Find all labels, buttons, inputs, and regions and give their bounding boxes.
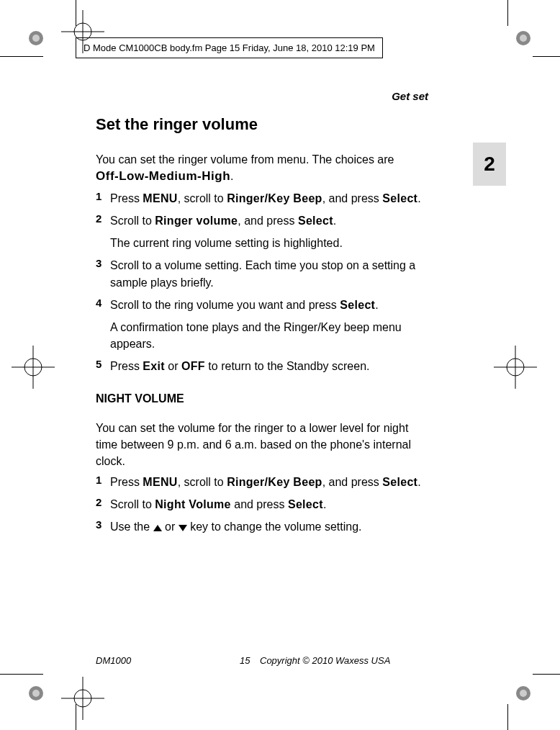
footer-model: DM1000 xyxy=(96,655,240,666)
step-number: 2 xyxy=(96,212,110,229)
step-item: 1 Press MENU, scroll to Ringer/Key Beep,… xyxy=(96,474,421,490)
step-note: A confirmation tone plays and the Ringer… xyxy=(110,319,421,352)
step-item: 3 Use the or key to change the volume se… xyxy=(96,518,421,535)
chapter-tab: 2 xyxy=(473,143,506,186)
choices-text: Off-Low-Medium-High xyxy=(96,169,230,183)
step-number: 5 xyxy=(96,358,110,374)
step-number: 2 xyxy=(96,496,110,513)
crop-mark xyxy=(507,704,508,730)
registration-mark-icon xyxy=(61,677,104,720)
page-footer: DM1000 15 Copyright © 2010 Waxess USA xyxy=(96,655,420,666)
step-item: 2 Scroll to Ringer volume, and press Sel… xyxy=(96,212,421,229)
svg-point-15 xyxy=(520,35,527,42)
step-text: Scroll to Ringer volume, and press Selec… xyxy=(110,212,421,229)
crop-mark xyxy=(0,674,43,675)
step-text: Press Exit or OFF to return to the Stand… xyxy=(110,358,421,374)
step-item: 2 Scroll to Night Volume and press Selec… xyxy=(96,496,421,513)
crop-mark xyxy=(533,56,560,57)
registration-mark-icon xyxy=(12,346,55,389)
step-number: 3 xyxy=(96,257,110,290)
step-text: Scroll to a volume setting. Each time yo… xyxy=(110,257,421,290)
page-title: Set the ringer volume xyxy=(96,115,421,134)
step-number: 1 xyxy=(96,474,110,490)
crop-mark xyxy=(507,0,508,26)
step-item: 5 Press Exit or OFF to return to the Sta… xyxy=(96,358,421,374)
arrow-down-icon xyxy=(179,525,187,531)
arrow-up-icon xyxy=(153,525,162,531)
step-text: Press MENU, scroll to Ringer/Key Beep, a… xyxy=(110,474,421,490)
footer-page-number: 15 xyxy=(240,655,260,666)
section-label: Get set xyxy=(76,90,507,102)
footer-copyright: Copyright © 2010 Waxess USA xyxy=(260,655,390,666)
svg-point-17 xyxy=(32,690,40,697)
svg-point-13 xyxy=(32,35,40,42)
step-text: Scroll to the ring volume you want and p… xyxy=(110,297,421,313)
step-text: Press MENU, scroll to Ringer/Key Beep, a… xyxy=(110,190,421,207)
intro-body: You can set the ringer volume from menu.… xyxy=(96,153,394,166)
page-header-info: D Mode CM1000CB body.fm Page 15 Friday, … xyxy=(76,37,383,58)
corner-disc-icon xyxy=(28,685,44,701)
step-number: 4 xyxy=(96,297,110,313)
corner-disc-icon xyxy=(515,30,531,46)
intro-text-b: You can set the volume for the ringer to… xyxy=(96,420,421,470)
corner-disc-icon xyxy=(28,30,44,46)
step-item: 3 Scroll to a volume setting. Each time … xyxy=(96,257,421,290)
svg-point-19 xyxy=(520,690,527,697)
step-text: Scroll to Night Volume and press Select. xyxy=(110,496,421,513)
subheading: NIGHT VOLUME xyxy=(96,392,421,405)
step-number: 3 xyxy=(96,518,110,535)
step-item: 4 Scroll to the ring volume you want and… xyxy=(96,297,421,313)
crop-mark xyxy=(533,674,560,675)
intro-text: You can set the ringer volume from menu.… xyxy=(96,151,421,186)
corner-disc-icon xyxy=(515,685,531,701)
step-note: The current ring volume setting is highl… xyxy=(110,235,421,251)
crop-mark xyxy=(0,56,43,57)
step-number: 1 xyxy=(96,190,110,207)
step-text: Use the or key to change the volume sett… xyxy=(110,518,421,535)
step-item: 1 Press MENU, scroll to Ringer/Key Beep,… xyxy=(96,190,421,207)
